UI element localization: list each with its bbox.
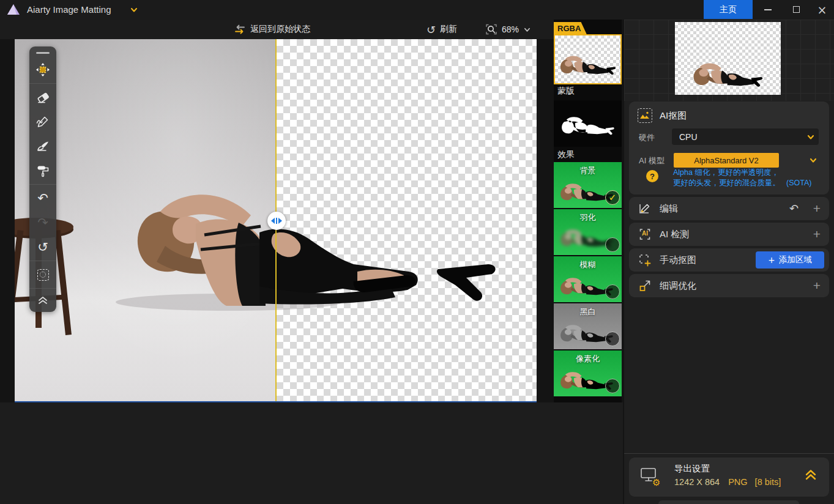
export-action-peek <box>658 500 799 504</box>
right-sidebar: AI抠图 硬件 CPU AI 模型 AlphaStandard V2 ? Alp… <box>624 20 834 504</box>
export-settings-icon: ⚙ <box>640 467 661 487</box>
move-tool-button[interactable] <box>29 57 56 82</box>
refine-section[interactable]: 细调优化 + <box>629 274 829 297</box>
mask-channel-thumb[interactable] <box>554 100 622 147</box>
model-description: Alpha 细化，更好的半透明度， 更好的头发，更好的混合质量。(SOTA) <box>673 168 826 188</box>
collapse-palette-button[interactable] <box>29 290 56 309</box>
app-menu-chevron-icon[interactable] <box>130 6 138 14</box>
split-left-arrow-icon <box>271 218 275 224</box>
pen-tool-button[interactable] <box>29 109 56 134</box>
ai-model-label: AI 模型 <box>639 155 665 166</box>
effect-selected-check-icon: ✓ <box>605 190 620 205</box>
bottom-bar: + 添加 所有图像 (8) / 9ea23995gy1gz...0pf0wo_c… <box>0 402 623 504</box>
reset-view-button[interactable]: ↺ <box>29 235 56 259</box>
model-help-button[interactable]: ? <box>646 170 658 182</box>
refresh-button[interactable]: ↺ 刷新 <box>426 20 457 39</box>
hardware-label: 硬件 <box>639 132 655 143</box>
app-title: Aiarty Image Matting <box>27 4 111 15</box>
tool-palette: ↶ ↷ ↺ <box>29 46 56 312</box>
redo-button[interactable]: ↷ <box>29 210 56 235</box>
sidebar-divider <box>624 453 834 454</box>
effect-feather[interactable]: 羽化 <box>554 209 622 255</box>
maximize-button[interactable] <box>782 0 810 19</box>
effect-pixelate[interactable]: 像素化 <box>554 350 622 396</box>
marquee-select-button[interactable] <box>29 262 56 287</box>
add-region-plus-icon: + <box>768 255 775 265</box>
effect-background[interactable]: 背景 ✓ <box>554 162 622 208</box>
zoom-control[interactable]: 68% <box>485 20 531 39</box>
ai-model-value[interactable]: AlphaStandard V2 <box>674 153 779 168</box>
effect-blur[interactable]: 模糊 <box>554 256 622 302</box>
matted-result-half <box>277 39 537 402</box>
redo-icon: ↷ <box>37 217 48 229</box>
canvas-toolbar: 返回到原始状态 ↺ 刷新 68% <box>0 20 554 39</box>
minimize-button[interactable] <box>754 0 782 19</box>
undo-button[interactable]: ↶ <box>29 186 56 210</box>
export-settings-value: 1242 X 864PNG[8 bits] <box>674 477 781 487</box>
gear-icon: ⚙ <box>652 477 660 488</box>
undo-icon: ↶ <box>37 192 48 205</box>
refresh-label: 刷新 <box>440 24 457 35</box>
export-collapse-chevrons-icon[interactable] <box>803 467 818 482</box>
paint-roller-icon <box>35 163 50 178</box>
add-region-button[interactable]: + 添加区域 <box>756 251 824 269</box>
export-settings-panel[interactable]: ⚙ 导出设置 1242 X 864PNG[8 bits] <box>629 458 829 497</box>
app-logo-icon <box>6 2 21 17</box>
ai-detect-expand-button[interactable]: + <box>813 227 821 242</box>
hardware-select-chevron-icon[interactable] <box>806 133 815 141</box>
result-preview-image <box>675 22 781 95</box>
magnifier-icon <box>485 23 497 35</box>
brush-tool-button[interactable] <box>29 134 56 158</box>
roller-tool-button[interactable] <box>29 158 56 183</box>
close-button[interactable]: × <box>810 0 834 19</box>
reset-original-label: 返回到原始状态 <box>250 24 310 35</box>
ai-model-chevron-icon[interactable] <box>809 156 817 165</box>
refine-expand-button[interactable]: + <box>813 278 821 293</box>
edit-expand-button[interactable]: + <box>813 201 821 216</box>
ai-detect-section[interactable]: AI AI 检测 + <box>629 223 829 246</box>
effects-label: 效果 <box>557 149 619 160</box>
effect-toggle-badge[interactable] <box>605 284 620 299</box>
manual-matting-icon <box>638 253 652 267</box>
eraser-tool-button[interactable] <box>29 85 56 109</box>
effect-toggle-badge[interactable] <box>605 379 620 393</box>
title-bar: Aiarty Image Matting 主页 × <box>0 0 834 20</box>
move-tool-icon <box>35 62 50 77</box>
ai-matting-title: AI抠图 <box>660 110 687 122</box>
channels-effects-column: RGBA 蒙版 效果 背景 ✓ 羽化 模糊 黑白 <box>554 20 622 402</box>
sota-tag: (SOTA) <box>786 179 811 187</box>
palette-drag-handle[interactable] <box>36 52 50 54</box>
eraser-icon <box>35 90 50 105</box>
effect-black-white[interactable]: 黑白 <box>554 303 622 349</box>
home-button[interactable]: 主页 <box>704 0 753 19</box>
export-settings-title: 导出设置 <box>674 463 710 475</box>
ai-detect-icon: AI <box>638 227 652 242</box>
edit-icon <box>638 201 652 216</box>
rgba-tab[interactable]: RGBA <box>554 22 587 35</box>
effect-toggle-badge[interactable] <box>605 237 620 252</box>
double-chevron-up-icon <box>37 295 49 305</box>
result-preview-pane <box>624 20 834 101</box>
split-right-arrow-icon <box>278 218 282 224</box>
ai-detect-label: AI 检测 <box>660 229 689 240</box>
edit-section[interactable]: 编辑 ↶ + <box>629 197 829 220</box>
refresh-icon: ↺ <box>426 23 436 36</box>
edit-undo-icon[interactable]: ↶ <box>789 202 799 215</box>
swap-arrows-icon <box>234 23 246 35</box>
reset-original-button[interactable]: 返回到原始状态 <box>234 20 310 39</box>
rgba-channel-thumb[interactable]: RGBA <box>554 22 622 86</box>
edit-label: 编辑 <box>660 203 678 215</box>
compare-split-handle[interactable] <box>267 212 286 230</box>
minimize-icon <box>764 9 772 10</box>
reset-icon: ↺ <box>37 241 48 254</box>
image-canvas[interactable] <box>15 39 537 402</box>
mask-label: 蒙版 <box>557 86 619 97</box>
effect-toggle-badge[interactable] <box>605 332 620 346</box>
hardware-select[interactable]: CPU <box>672 128 819 145</box>
manual-matting-label: 手动抠图 <box>660 254 696 266</box>
zoom-dropdown-chevron-icon[interactable] <box>523 26 531 34</box>
refine-label: 细调优化 <box>660 280 696 292</box>
pen-icon <box>35 114 50 129</box>
refine-icon <box>638 278 652 293</box>
manual-matting-section[interactable]: 手动抠图 + 添加区域 <box>629 248 829 272</box>
